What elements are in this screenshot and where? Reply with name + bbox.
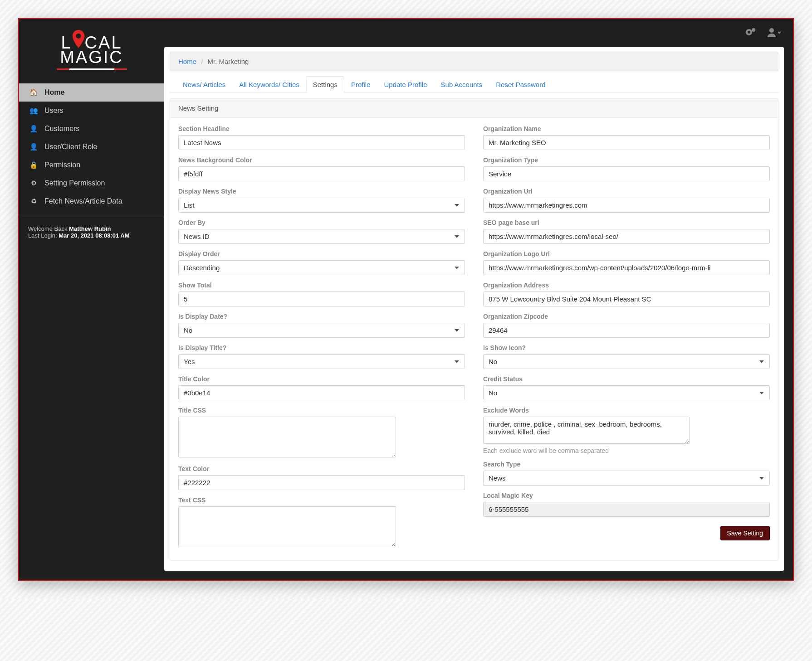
title-css-label: Title CSS: [178, 407, 465, 414]
role-icon: 👤: [29, 143, 38, 151]
org-logo-url-input[interactable]: [483, 260, 770, 275]
seo-base-url-label: SEO page base url: [483, 219, 770, 226]
credit-status-label: Credit Status: [483, 375, 770, 383]
svg-point-1: [752, 28, 755, 32]
is-display-title-label: Is Display Title?: [178, 344, 465, 351]
org-name-input[interactable]: [483, 135, 770, 150]
news-bg-color-input[interactable]: [178, 166, 465, 181]
exclude-words-label: Exclude Words: [483, 407, 770, 414]
display-news-style-select[interactable]: List: [178, 198, 465, 213]
welcome-username: Matthew Rubin: [69, 225, 111, 232]
org-zipcode-label: Organization Zipcode: [483, 313, 770, 320]
svg-point-0: [76, 34, 81, 39]
section-headline-label: Section Headline: [178, 125, 465, 132]
show-total-label: Show Total: [178, 282, 465, 289]
display-order-select[interactable]: Descending: [178, 260, 465, 275]
lock-icon: 🔒: [29, 161, 38, 169]
panel-title: News Setting: [170, 99, 778, 118]
display-order-label: Display Order: [178, 250, 465, 258]
sidebar-nav: 🏠 Home 👥 Users 👤 Customers 👤 User/Client…: [19, 83, 164, 210]
news-setting-panel: News Setting Section Headline News Back: [170, 98, 778, 561]
last-login-value: Mar 20, 2021 08:08:01 AM: [59, 232, 129, 239]
svg-point-2: [769, 28, 774, 33]
news-bg-color-label: News Background Color: [178, 156, 465, 164]
show-total-input[interactable]: [178, 292, 465, 306]
org-logo-url-label: Organization Logo Url: [483, 250, 770, 258]
sidebar-item-fetch-news[interactable]: ♻ Fetch News/Article Data: [19, 192, 164, 210]
org-url-input[interactable]: [483, 198, 770, 213]
sidebar-item-label: Fetch News/Article Data: [44, 197, 122, 205]
display-news-style-label: Display News Style: [178, 188, 465, 195]
sidebar-item-label: Customers: [44, 125, 79, 133]
last-login-prefix: Last Login:: [28, 232, 59, 239]
breadcrumb-separator: /: [201, 58, 203, 65]
topbar: [164, 19, 793, 47]
sidebar-item-label: Setting Permission: [44, 179, 105, 187]
sidebar-item-label: Permission: [44, 161, 80, 169]
text-color-input[interactable]: [178, 475, 465, 490]
text-color-label: Text Color: [178, 465, 465, 472]
text-css-textarea[interactable]: [178, 506, 396, 547]
exclude-words-help: Each exclude word will be comma separate…: [483, 447, 770, 454]
sidebar-item-label: Home: [44, 88, 64, 97]
map-pin-icon: [72, 30, 85, 49]
tab-reset-password[interactable]: Reset Password: [489, 76, 552, 93]
sidebar-item-customers[interactable]: 👤 Customers: [19, 120, 164, 138]
customer-icon: 👤: [29, 125, 38, 133]
local-magic-key-input: [483, 502, 770, 517]
breadcrumb-home[interactable]: Home: [178, 58, 196, 65]
tab-all-keywords-cities[interactable]: All Keywords/ Cities: [232, 76, 306, 93]
search-type-select[interactable]: News: [483, 471, 770, 486]
org-zipcode-input[interactable]: [483, 323, 770, 338]
sidebar-item-user-client-role[interactable]: 👤 User/Client Role: [19, 138, 164, 156]
home-icon: 🏠: [29, 88, 38, 97]
save-setting-button[interactable]: Save Setting: [720, 526, 770, 540]
is-display-date-label: Is Display Date?: [178, 313, 465, 320]
tab-bar: News/ Articles All Keywords/ Cities Sett…: [170, 76, 778, 93]
org-type-label: Organization Type: [483, 156, 770, 164]
sidebar-item-permission[interactable]: 🔒 Permission: [19, 156, 164, 174]
logo: L CAL MAGIC: [19, 19, 164, 83]
section-headline-input[interactable]: [178, 135, 465, 150]
welcome-prefix: Welcome Back: [28, 225, 69, 232]
exclude-words-textarea[interactable]: murder, crime, police , criminal, sex ,b…: [483, 417, 690, 444]
users-icon: 👥: [29, 107, 38, 115]
is-display-title-select[interactable]: Yes: [178, 354, 465, 369]
org-name-label: Organization Name: [483, 125, 770, 132]
user-menu-icon[interactable]: [767, 27, 782, 39]
logo-underline: [57, 68, 127, 70]
is-show-icon-select[interactable]: No: [483, 354, 770, 369]
search-type-label: Search Type: [483, 461, 770, 468]
breadcrumb-current: Mr. Marketing: [208, 58, 249, 65]
local-magic-key-label: Local Magic Key: [483, 492, 770, 499]
org-address-input[interactable]: [483, 292, 770, 306]
seo-base-url-input[interactable]: [483, 229, 770, 244]
tab-sub-accounts[interactable]: Sub Accounts: [434, 76, 489, 93]
title-color-label: Title Color: [178, 375, 465, 383]
title-color-input[interactable]: [178, 385, 465, 400]
text-css-label: Text CSS: [178, 496, 465, 504]
settings-gears-icon[interactable]: [744, 27, 757, 40]
sidebar: L CAL MAGIC 🏠 Home 👥 U: [19, 19, 164, 580]
org-type-input[interactable]: [483, 166, 770, 181]
breadcrumb: Home / Mr. Marketing: [170, 52, 778, 71]
content-area: Home / Mr. Marketing News/ Articles All …: [164, 47, 784, 571]
tab-profile[interactable]: Profile: [344, 76, 377, 93]
is-display-date-select[interactable]: No: [178, 323, 465, 338]
org-url-label: Organization Url: [483, 188, 770, 195]
order-by-select[interactable]: News ID: [178, 229, 465, 244]
tab-news-articles[interactable]: News/ Articles: [176, 76, 232, 93]
org-address-label: Organization Address: [483, 282, 770, 289]
title-css-textarea[interactable]: [178, 417, 396, 457]
is-show-icon-label: Is Show Icon?: [483, 344, 770, 351]
logo-text-magic: MAGIC: [60, 50, 123, 64]
sidebar-item-label: User/Client Role: [44, 143, 97, 151]
credit-status-select[interactable]: No: [483, 385, 770, 400]
order-by-label: Order By: [178, 219, 465, 226]
tab-settings[interactable]: Settings: [306, 76, 344, 93]
sidebar-item-home[interactable]: 🏠 Home: [19, 83, 164, 102]
sidebar-item-users[interactable]: 👥 Users: [19, 102, 164, 120]
tab-update-profile[interactable]: Update Profile: [377, 76, 434, 93]
recycle-icon: ♻: [29, 197, 38, 205]
sidebar-item-setting-permission[interactable]: ⚙ Setting Permission: [19, 174, 164, 192]
